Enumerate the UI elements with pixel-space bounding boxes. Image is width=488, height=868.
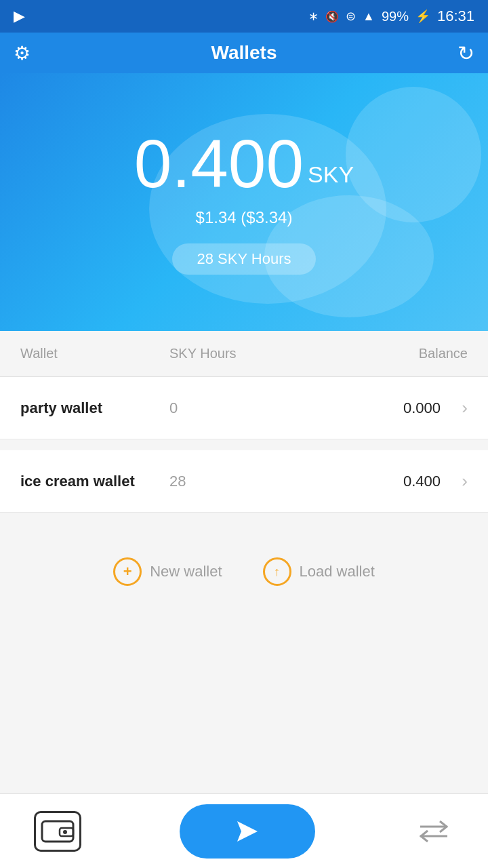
chevron-right-icon-ice-cream: › <box>441 471 468 492</box>
refresh-button[interactable]: ↻ <box>458 41 474 65</box>
svg-rect-0 <box>42 821 73 842</box>
wallet-nav-icon <box>41 818 75 844</box>
load-wallet-label: Load wallet <box>300 563 375 580</box>
sky-unit-label: SKY <box>308 161 354 188</box>
status-bar-left: ▶ <box>14 7 25 25</box>
time-display: 16:31 <box>437 7 474 25</box>
status-bar-right: ∗ 🔇 ⊜ ▲ 99% ⚡ 16:31 <box>308 7 474 25</box>
wallet-name-party: party wallet <box>20 399 169 417</box>
status-bar: ▶ ∗ 🔇 ⊜ ▲ 99% ⚡ 16:31 <box>0 0 488 33</box>
new-wallet-button[interactable]: + New wallet <box>113 557 222 586</box>
header: ⚙ Wallets ↻ <box>0 33 488 73</box>
wallet-sky-hours-ice-cream: 28 <box>169 473 346 490</box>
svg-marker-3 <box>237 821 258 842</box>
wifi-icon: ⊜ <box>346 9 356 24</box>
wallet-balance-party: 0.000 <box>346 399 441 417</box>
wallet-row-ice-cream[interactable]: ice cream wallet 28 0.400 › <box>0 450 488 513</box>
bluetooth-icon: ∗ <box>308 9 319 24</box>
app-status-icon: ▶ <box>14 7 25 25</box>
col-balance-label: Balance <box>346 346 468 361</box>
svg-point-2 <box>63 830 67 834</box>
wallet-balance-ice-cream: 0.400 <box>346 473 441 490</box>
transfer-button[interactable] <box>413 811 454 852</box>
new-wallet-label: New wallet <box>150 563 222 580</box>
bottom-nav <box>0 793 488 868</box>
settings-button[interactable]: ⚙ <box>14 42 30 64</box>
hero-amount: 0.400 SKY <box>134 130 354 197</box>
page-title: Wallets <box>211 42 277 64</box>
col-sky-hours-label: SKY Hours <box>169 346 346 361</box>
battery-icon: ⚡ <box>415 9 430 24</box>
battery-level: 99% <box>382 9 409 24</box>
load-wallet-icon: ↑ <box>263 557 291 586</box>
main-content: Wallet SKY Hours Balance party wallet 0 … <box>0 331 488 868</box>
wallet-nav-button[interactable] <box>34 811 81 852</box>
send-icon <box>230 814 264 848</box>
wallet-sky-hours-party: 0 <box>169 399 346 417</box>
new-wallet-icon: + <box>113 557 142 586</box>
mute-icon: 🔇 <box>325 10 339 23</box>
section-divider <box>0 439 488 450</box>
section-divider-2 <box>0 513 488 524</box>
actions-row: + New wallet ↑ Load wallet <box>0 530 488 613</box>
col-wallet-label: Wallet <box>20 346 169 361</box>
chevron-right-icon-party: › <box>441 397 468 418</box>
send-button[interactable] <box>180 804 315 859</box>
total-sky-hours: 28 SKY Hours <box>172 243 315 275</box>
wallet-row-party[interactable]: party wallet 0 0.000 › <box>0 377 488 439</box>
fiat-value: $1.34 ($3.34) <box>196 208 293 227</box>
load-wallet-button[interactable]: ↑ Load wallet <box>263 557 375 586</box>
hero-section: 0.400 SKY $1.34 ($3.34) 28 SKY Hours <box>0 73 488 331</box>
signal-icon: ▲ <box>363 9 375 24</box>
wallet-name-ice-cream: ice cream wallet <box>20 473 169 490</box>
transfer-icon <box>417 814 451 848</box>
total-sky-amount: 0.400 <box>134 130 304 197</box>
table-header: Wallet SKY Hours Balance <box>0 331 488 377</box>
